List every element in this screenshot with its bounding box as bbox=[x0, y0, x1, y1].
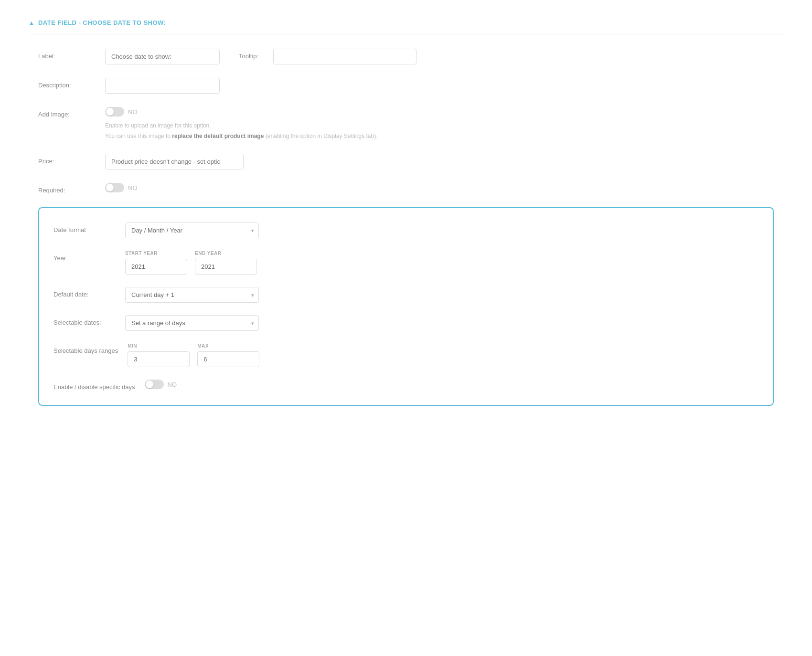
default-date-select-wrapper: Current day + 1 Current day None ▾ bbox=[125, 287, 259, 303]
year-inputs: START YEAR END YEAR bbox=[125, 251, 257, 275]
selectable-dates-label: Selectable dates: bbox=[53, 315, 116, 326]
required-row: Required: NO bbox=[38, 183, 774, 194]
selectable-dates-select[interactable]: Set a range of days All days Specific da… bbox=[125, 315, 259, 331]
section-divider bbox=[29, 34, 783, 34]
start-year-label: START YEAR bbox=[125, 251, 187, 256]
max-label: MAX bbox=[197, 343, 259, 349]
selectable-dates-select-wrapper: Set a range of days All days Specific da… bbox=[125, 315, 259, 331]
enable-disable-label: Enable / disable specific days bbox=[53, 380, 135, 391]
required-toggle-label: NO bbox=[128, 184, 138, 191]
form-section: Label: Tooltip: Description: Add image: … bbox=[29, 49, 783, 406]
end-year-group: END YEAR bbox=[195, 251, 257, 275]
min-label: MIN bbox=[128, 343, 190, 349]
selectable-days-ranges-label: Selectable days ranges bbox=[53, 343, 118, 354]
date-format-select-wrapper: Day / Month / Year Month / Day / Year Ye… bbox=[125, 222, 259, 238]
start-year-group: START YEAR bbox=[125, 251, 187, 275]
enable-disable-toggle-container: NO bbox=[145, 380, 177, 389]
add-image-toggle[interactable] bbox=[105, 107, 124, 116]
required-toggle-container: NO bbox=[105, 183, 138, 192]
tooltip-field-label: Tooltip: bbox=[239, 49, 267, 60]
date-section: Date format Day / Month / Year Month / D… bbox=[38, 207, 774, 406]
label-tooltip-row: Label: Tooltip: bbox=[38, 49, 774, 64]
end-year-input[interactable] bbox=[195, 259, 257, 275]
chevron-up-icon: ▲ bbox=[29, 20, 34, 26]
selectable-dates-row: Selectable dates: Set a range of days Al… bbox=[53, 315, 759, 331]
add-image-toggle-label: NO bbox=[128, 108, 138, 116]
year-label: Year bbox=[53, 251, 116, 262]
description-row: Description: bbox=[38, 78, 774, 94]
add-image-toggle-container: NO bbox=[105, 107, 378, 116]
enable-disable-row: Enable / disable specific days NO bbox=[53, 380, 759, 391]
min-group: MIN bbox=[128, 343, 190, 367]
max-input[interactable] bbox=[197, 351, 259, 367]
default-date-label: Default date: bbox=[53, 287, 116, 298]
helper-text-1: Enable to upload an image for this optio… bbox=[105, 121, 378, 130]
default-date-row: Default date: Current day + 1 Current da… bbox=[53, 287, 759, 303]
tooltip-input[interactable] bbox=[273, 49, 417, 64]
price-input[interactable] bbox=[105, 154, 244, 169]
year-inputs-section: START YEAR END YEAR bbox=[125, 251, 257, 275]
label-input[interactable] bbox=[105, 49, 220, 64]
min-max-inputs: MIN MAX bbox=[128, 343, 259, 367]
max-group: MAX bbox=[197, 343, 259, 367]
default-date-select[interactable]: Current day + 1 Current day None bbox=[125, 287, 259, 303]
price-row: Price: bbox=[38, 154, 774, 169]
date-format-label: Date format bbox=[53, 222, 116, 233]
price-label: Price: bbox=[38, 154, 96, 165]
description-label: Description: bbox=[38, 78, 96, 89]
required-label: Required: bbox=[38, 183, 96, 194]
start-year-input[interactable] bbox=[125, 259, 187, 275]
add-image-row: Add image: NO Enable to upload an image … bbox=[38, 107, 774, 140]
date-format-row: Date format Day / Month / Year Month / D… bbox=[53, 222, 759, 238]
add-image-label: Add image: bbox=[38, 107, 96, 118]
selectable-days-ranges-row: Selectable days ranges MIN MAX bbox=[53, 343, 759, 367]
date-format-select[interactable]: Day / Month / Year Month / Day / Year Ye… bbox=[125, 222, 259, 238]
section-title: DATE FIELD - Choose date to show: bbox=[38, 19, 166, 26]
section-header: ▲ DATE FIELD - Choose date to show: bbox=[29, 19, 783, 26]
enable-disable-toggle-label: NO bbox=[168, 381, 177, 388]
label-field-label: Label: bbox=[38, 49, 96, 60]
year-row: Year START YEAR END YEAR bbox=[53, 251, 759, 275]
end-year-label: END YEAR bbox=[195, 251, 257, 256]
required-toggle[interactable] bbox=[105, 183, 124, 192]
min-input[interactable] bbox=[128, 351, 190, 367]
description-input[interactable] bbox=[105, 78, 220, 94]
helper-text-2: You can use this image to replace the de… bbox=[105, 132, 378, 140]
enable-disable-toggle[interactable] bbox=[145, 380, 164, 389]
